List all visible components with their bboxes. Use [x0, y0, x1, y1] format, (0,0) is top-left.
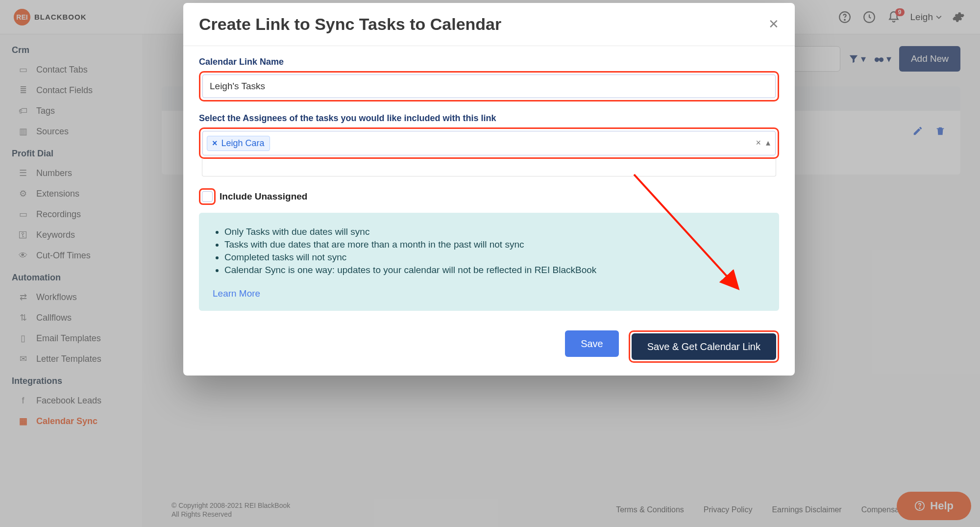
highlight-assignees: × Leigh Cara × ▴ [199, 127, 779, 159]
info-item: Completed tasks will not sync [224, 252, 765, 263]
chip-remove-icon[interactable]: × [212, 138, 218, 149]
highlight-calendar-name [199, 71, 779, 101]
info-item: Calendar Sync is one way: updates to you… [224, 265, 765, 276]
chip-label: Leigh Cara [221, 138, 265, 149]
assignee-chip: × Leigh Cara [207, 136, 270, 151]
include-unassigned-checkbox[interactable] [202, 191, 213, 202]
sync-info-box: Only Tasks with due dates will sync Task… [199, 213, 779, 311]
close-icon[interactable]: ✕ [768, 17, 779, 32]
label-calendar-link-name: Calendar Link Name [199, 57, 779, 67]
save-get-link-button[interactable]: Save & Get Calendar Link [632, 333, 776, 360]
assignees-dropdown-open[interactable] [202, 159, 776, 176]
caret-up-icon[interactable]: ▴ [766, 137, 770, 148]
modal-title: Create Link to Sync Tasks to Calendar [199, 15, 501, 34]
save-button[interactable]: Save [565, 330, 619, 357]
clear-icon[interactable]: × [756, 138, 761, 148]
info-item: Tasks with due dates that are more than … [224, 239, 765, 250]
assignees-select[interactable]: × Leigh Cara × ▴ [202, 131, 776, 155]
include-unassigned-label: Include Unassigned [220, 191, 307, 202]
calendar-link-name-input[interactable] [202, 75, 776, 98]
info-item: Only Tasks with due dates will sync [224, 226, 765, 237]
label-assignees: Select the Assignees of the tasks you wo… [199, 113, 779, 124]
highlight-save-get: Save & Get Calendar Link [629, 330, 779, 363]
highlight-include-unassigned [199, 188, 216, 205]
create-calendar-link-modal: Create Link to Sync Tasks to Calendar ✕ … [183, 3, 795, 376]
learn-more-link[interactable]: Learn More [213, 288, 260, 299]
